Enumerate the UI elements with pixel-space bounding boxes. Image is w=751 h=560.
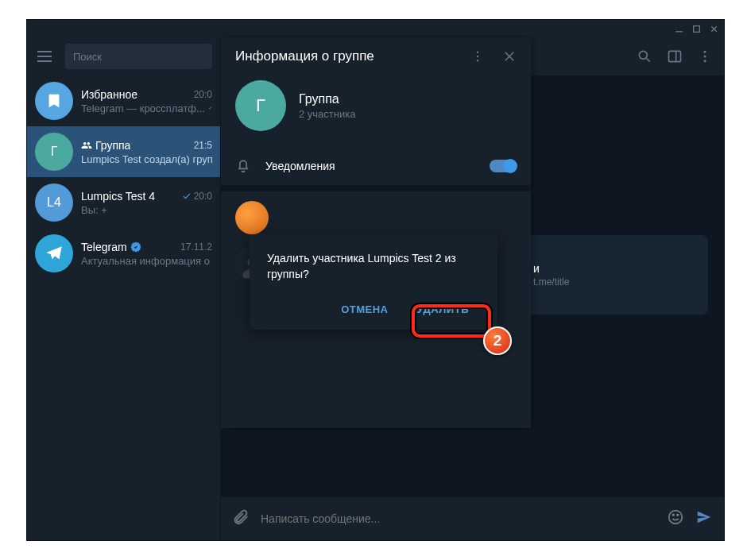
search-field[interactable] (73, 51, 204, 63)
confirm-dialog: Удалить участника Lumpics Test 2 из груп… (250, 234, 497, 330)
panel-close-icon[interactable] (502, 49, 517, 64)
chat-name: Lumpics Test 4 (81, 190, 155, 203)
group-profile[interactable]: Г Группа 2 участника (221, 75, 531, 147)
avatar-telegram-icon (35, 234, 73, 272)
verified-icon (130, 241, 141, 253)
sidebar: Избранное 20:0 Telegram — кроссплатф... … (27, 37, 221, 540)
chat-time: 21:5 (194, 140, 212, 151)
bell-icon (235, 158, 251, 174)
composer (221, 497, 724, 540)
svg-point-5 (704, 60, 706, 62)
svg-point-10 (477, 56, 478, 57)
svg-rect-2 (669, 51, 681, 61)
bubble-link: t.me/title (533, 276, 569, 288)
svg-point-4 (704, 56, 706, 58)
annotation-badge: 2 (483, 326, 512, 355)
chat-name: Telegram (81, 241, 141, 253)
minimize-button[interactable] (673, 23, 684, 34)
chat-item-saved[interactable]: Избранное 20:0 Telegram — кроссплатф... (27, 75, 220, 126)
bubble-title: и (533, 262, 569, 275)
check-icon (182, 191, 192, 201)
group-info-panel: Информация о группе Г Группа 2 участника… (221, 37, 531, 428)
chat-msg: Вы: + (81, 204, 107, 216)
svg-point-9 (477, 52, 478, 53)
emoji-icon[interactable] (667, 508, 684, 529)
more-icon[interactable] (697, 48, 713, 64)
attach-icon[interactable] (232, 508, 250, 529)
notifications-row[interactable]: Уведомления (221, 147, 531, 185)
chat-item-telegram[interactable]: Telegram 17.11.2 Актуальная информация о… (27, 228, 220, 279)
chat-list: Избранное 20:0 Telegram — кроссплатф... … (27, 75, 220, 540)
dialog-message: Удалить участника Lumpics Test 2 из груп… (267, 250, 480, 283)
svg-point-11 (477, 60, 478, 61)
chat-msg: Lumpics Test создал(а) групп (81, 153, 212, 165)
sidepanel-icon[interactable] (667, 48, 683, 64)
maximize-button[interactable] (691, 23, 702, 34)
avatar-l4: L4 (35, 183, 73, 222)
search-icon[interactable] (637, 48, 652, 64)
chat-item-l4[interactable]: L4 Lumpics Test 4 20:0 Вы: + (27, 177, 220, 228)
svg-point-3 (704, 51, 706, 53)
avatar-group: Г (35, 133, 73, 171)
info-panel-title: Информация о группе (235, 48, 374, 64)
chat-time: 17.11.2 (180, 241, 212, 253)
group-name: Группа (299, 92, 355, 106)
send-button[interactable] (695, 508, 713, 529)
chat-msg: Telegram — кроссплатф... (81, 102, 205, 114)
chat-name: Группа (81, 139, 130, 152)
chat-name: Избранное (81, 88, 137, 101)
group-icon (81, 140, 92, 151)
svg-point-1 (639, 51, 647, 59)
search-input[interactable] (65, 44, 212, 69)
svg-point-8 (677, 514, 679, 516)
message-input[interactable] (261, 512, 656, 525)
chat-item-group[interactable]: Г Группа 21:5 Lumpics Test создал(а) гру… (27, 126, 220, 177)
group-members-count: 2 участника (299, 108, 355, 120)
svg-point-6 (669, 511, 683, 524)
menu-button[interactable] (35, 47, 54, 66)
close-window-button[interactable] (708, 23, 719, 34)
svg-rect-0 (693, 25, 699, 32)
notifications-toggle[interactable] (490, 160, 517, 172)
cancel-button[interactable]: ОТМЕНА (330, 297, 399, 322)
member-avatar (235, 201, 269, 234)
avatar-saved-icon (35, 82, 73, 120)
titlebar (27, 20, 724, 37)
group-avatar: Г (235, 80, 286, 131)
app-window: Избранное 20:0 Telegram — кроссплатф... … (26, 19, 725, 541)
chat-msg: Актуальная информация о ... (81, 255, 212, 267)
panel-more-icon[interactable] (470, 49, 485, 64)
notifications-label: Уведомления (265, 160, 475, 172)
pin-icon (208, 103, 212, 113)
svg-point-7 (672, 514, 674, 516)
delete-button[interactable]: УДАЛИТЬ (406, 297, 481, 322)
chat-time: 20:0 (194, 89, 212, 100)
chat-time: 20:0 (182, 191, 212, 202)
